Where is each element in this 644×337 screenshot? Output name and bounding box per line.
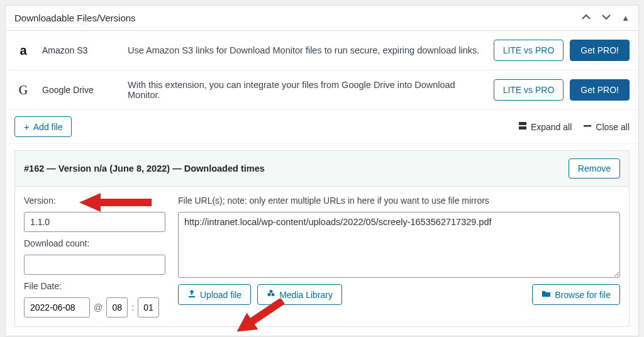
- version-field[interactable]: [24, 212, 165, 232]
- svg-rect-1: [519, 126, 526, 130]
- panel-header: Downloadable Files/Versions ▲: [6, 6, 638, 31]
- version-header: #162 — Version n/a (June 8, 2022) — Down…: [15, 151, 629, 187]
- file-minute-field[interactable]: [138, 297, 159, 318]
- upload-file-label: Upload file: [200, 290, 242, 300]
- svg-rect-2: [584, 125, 591, 127]
- file-url-field[interactable]: [178, 212, 620, 278]
- toolbar: + Add file Expand all Close all: [6, 110, 638, 144]
- at-separator: @: [94, 302, 103, 312]
- browse-for-file-label: Browse for file: [555, 290, 611, 300]
- chevron-up-icon[interactable]: [581, 12, 591, 24]
- minus-icon: [583, 121, 592, 132]
- integration-description: Use Amazon S3 links for Download Monitor…: [128, 45, 484, 55]
- expand-icon: [518, 121, 527, 132]
- add-file-button[interactable]: + Add file: [14, 116, 72, 137]
- integration-name: Amazon S3: [42, 45, 118, 55]
- version-label: Version:: [24, 196, 165, 206]
- downloadable-files-panel: Downloadable Files/Versions ▲ a Amazon S…: [5, 5, 639, 336]
- file-url-label: File URL(s); note: only enter multiple U…: [178, 196, 620, 206]
- file-date-field[interactable]: [24, 297, 90, 318]
- close-all-button[interactable]: Close all: [583, 121, 630, 132]
- upload-icon: [187, 289, 196, 300]
- add-file-label: Add file: [33, 122, 63, 132]
- integration-row: a Amazon S3 Use Amazon S3 links for Down…: [6, 31, 638, 70]
- plus-icon: +: [24, 121, 30, 132]
- integration-description: With this extension, you can integrate y…: [128, 80, 484, 100]
- file-date-label: File Date:: [24, 281, 165, 291]
- close-all-label: Close all: [596, 122, 630, 132]
- panel-header-actions: ▲: [581, 12, 630, 24]
- download-count-field[interactable]: [24, 255, 165, 275]
- get-pro-button[interactable]: Get PRO!: [570, 79, 630, 101]
- media-library-button[interactable]: Media Library: [257, 284, 342, 305]
- media-library-label: Media Library: [279, 290, 333, 300]
- upload-file-button[interactable]: Upload file: [178, 284, 251, 305]
- version-header-title: #162 — Version n/a (June 8, 2022) — Down…: [24, 163, 265, 174]
- get-pro-button[interactable]: Get PRO!: [570, 40, 630, 61]
- amazon-s3-icon: a: [14, 43, 32, 58]
- lite-vs-pro-button[interactable]: LITE vs PRO: [494, 79, 564, 101]
- chevron-down-icon[interactable]: [601, 12, 611, 24]
- google-drive-icon: G: [14, 83, 32, 97]
- colon-separator: :: [131, 302, 134, 312]
- remove-button[interactable]: Remove: [569, 158, 620, 179]
- lite-vs-pro-button[interactable]: LITE vs PRO: [494, 40, 564, 61]
- svg-rect-0: [519, 122, 526, 125]
- version-block: #162 — Version n/a (June 8, 2022) — Down…: [14, 150, 630, 327]
- browse-for-file-button[interactable]: Browse for file: [532, 284, 620, 305]
- expand-all-button[interactable]: Expand all: [518, 121, 572, 132]
- integration-name: Google Drive: [42, 85, 118, 95]
- download-count-label: Download count:: [24, 238, 165, 248]
- expand-all-label: Expand all: [531, 122, 572, 132]
- collapse-triangle-icon[interactable]: ▲: [621, 13, 630, 23]
- media-library-icon: [267, 289, 275, 300]
- integration-row: G Google Drive With this extension, you …: [6, 70, 638, 110]
- panel-title: Downloadable Files/Versions: [14, 13, 136, 23]
- folder-icon: [541, 289, 551, 300]
- file-hour-field[interactable]: [106, 297, 128, 318]
